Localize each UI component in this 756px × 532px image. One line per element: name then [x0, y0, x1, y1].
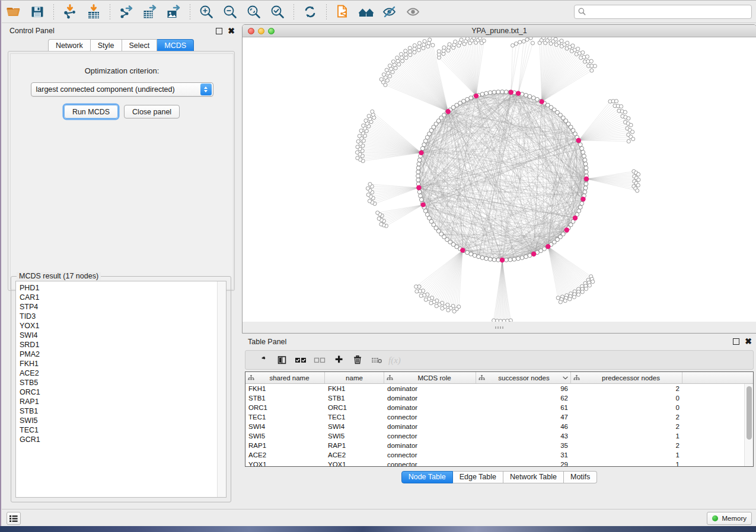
list-item[interactable]: YOX1 — [20, 321, 217, 331]
network-node[interactable] — [531, 41, 534, 45]
network-node[interactable] — [419, 294, 423, 297]
network-node[interactable] — [404, 49, 407, 53]
network-node-mcds-selected[interactable] — [576, 138, 581, 143]
list-item[interactable]: TEC1 — [20, 425, 217, 435]
import-table-icon[interactable] — [82, 2, 106, 22]
hide-selected-icon[interactable] — [378, 2, 402, 22]
network-node[interactable] — [576, 293, 580, 296]
list-item[interactable]: STB5 — [20, 378, 217, 387]
network-node[interactable] — [531, 96, 535, 100]
network-node[interactable] — [484, 91, 489, 95]
network-node[interactable] — [572, 295, 576, 299]
table-cell-role[interactable]: dominator — [384, 441, 476, 450]
network-node[interactable] — [582, 154, 586, 158]
network-node[interactable] — [583, 158, 587, 162]
network-node[interactable] — [472, 37, 476, 40]
network-node[interactable] — [428, 38, 432, 41]
network-node[interactable] — [576, 47, 580, 50]
network-node[interactable] — [578, 205, 582, 209]
network-node[interactable] — [488, 91, 492, 95]
network-node[interactable] — [580, 146, 584, 150]
network-node[interactable] — [359, 129, 363, 133]
network-node[interactable] — [614, 100, 618, 103]
network-node[interactable] — [620, 105, 623, 108]
network-node[interactable] — [422, 46, 425, 50]
float-panel-icon[interactable] — [216, 28, 222, 34]
tab-select[interactable]: Select — [122, 39, 158, 52]
network-node[interactable] — [415, 290, 419, 293]
network-node[interactable] — [419, 198, 423, 202]
result-list-scrollbar[interactable] — [217, 281, 226, 497]
table-cell-predecessors[interactable]: 1 — [571, 460, 682, 466]
table-cell-shared-name[interactable]: RAP1 — [245, 441, 325, 450]
network-node[interactable] — [580, 290, 584, 294]
network-node-mcds-selected[interactable] — [446, 109, 451, 114]
network-node[interactable] — [484, 257, 489, 261]
network-node[interactable] — [416, 170, 420, 174]
network-node[interactable] — [414, 285, 418, 289]
network-node[interactable] — [637, 172, 640, 176]
table-cell-name[interactable]: YOX1 — [325, 460, 384, 466]
table-body[interactable]: FKH1FKH1dominator962STB1STB1dominator620… — [245, 384, 744, 466]
network-node[interactable] — [368, 199, 371, 203]
network-node[interactable] — [593, 64, 596, 68]
column-header[interactable]: shared name — [245, 372, 325, 383]
network-node[interactable] — [452, 309, 456, 313]
network-node[interactable] — [401, 59, 404, 63]
table-cell-predecessors[interactable]: 0 — [571, 393, 682, 403]
table-cell-role[interactable]: connector — [384, 450, 476, 460]
layout-icon[interactable] — [355, 2, 378, 22]
table-row[interactable]: SWI4SWI4dominator462 — [245, 422, 744, 431]
network-node-mcds-selected[interactable] — [573, 216, 578, 220]
table-cell-name[interactable]: FKH1 — [325, 384, 384, 393]
network-node[interactable] — [585, 55, 589, 59]
table-cell-shared-name[interactable]: ACE2 — [245, 450, 325, 460]
table-cell-predecessors[interactable]: 1 — [571, 431, 682, 441]
table-row[interactable]: RAP1RAP1dominator352 — [245, 441, 744, 450]
tab-mcds[interactable]: MCDS — [157, 39, 194, 52]
table-scrollbar[interactable] — [744, 384, 753, 466]
network-node[interactable] — [404, 56, 408, 59]
table-cell-role[interactable]: connector — [384, 431, 476, 441]
network-node[interactable] — [437, 50, 441, 53]
table-cell-successors[interactable]: 31 — [476, 450, 571, 460]
network-node[interactable] — [584, 166, 588, 170]
list-item[interactable]: ORC1 — [20, 387, 217, 397]
export-table-icon[interactable] — [138, 2, 162, 22]
table-row[interactable]: SWI5SWI5connector431 — [245, 431, 744, 441]
table-cell-successors[interactable]: 62 — [476, 393, 571, 403]
network-node[interactable] — [465, 37, 469, 40]
network-node[interactable] — [446, 308, 450, 312]
network-node-mcds-selected[interactable] — [500, 258, 505, 262]
network-node[interactable] — [516, 257, 521, 261]
column-header[interactable]: predecessor nodes — [571, 372, 682, 383]
network-node-mcds-selected[interactable] — [509, 90, 513, 95]
search-field[interactable] — [574, 5, 752, 19]
tab-node-table[interactable]: Node Table — [401, 471, 453, 483]
network-node[interactable] — [504, 258, 508, 262]
network-node[interactable] — [399, 52, 403, 56]
network-node[interactable] — [496, 258, 500, 262]
import-network-icon[interactable] — [58, 2, 82, 22]
network-node[interactable] — [465, 97, 470, 101]
tab-network-table[interactable]: Network Table — [503, 471, 564, 483]
network-node[interactable] — [548, 37, 551, 40]
table-row[interactable]: FKH1FKH1dominator962 — [245, 384, 744, 393]
table-cell-shared-name[interactable]: ORC1 — [245, 403, 325, 412]
table-cell-role[interactable]: dominator — [384, 393, 476, 403]
table-cell-successors[interactable]: 47 — [476, 412, 571, 422]
network-node-mcds-selected[interactable] — [419, 150, 423, 155]
export-image-icon[interactable] — [162, 2, 186, 22]
zoom-selected-icon[interactable] — [266, 2, 289, 22]
network-node[interactable] — [591, 280, 595, 283]
network-node[interactable] — [408, 50, 412, 53]
list-item[interactable]: STP4 — [20, 302, 217, 312]
network-node[interactable] — [514, 42, 518, 46]
network-node[interactable] — [512, 257, 516, 261]
table-cell-successors[interactable]: 46 — [476, 422, 571, 431]
network-node[interactable] — [358, 134, 361, 138]
resize-grip[interactable] — [495, 326, 503, 329]
list-item[interactable]: TID3 — [20, 312, 217, 321]
network-node[interactable] — [388, 64, 391, 68]
network-node[interactable] — [524, 93, 528, 97]
